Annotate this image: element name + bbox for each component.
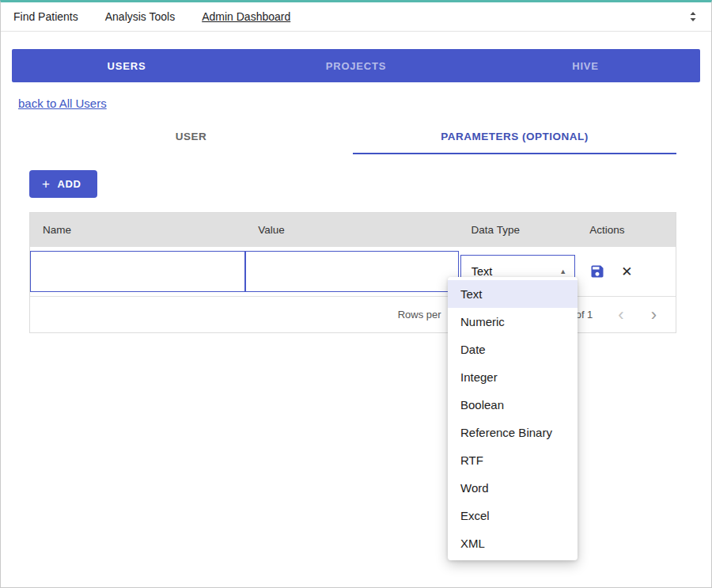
chevron-left-icon[interactable]: ‹ <box>613 306 628 324</box>
chevron-right-icon[interactable]: › <box>646 306 661 324</box>
menu-option-rtf[interactable]: RTF <box>448 446 578 474</box>
column-header-value: Value <box>245 213 458 247</box>
menu-option-text[interactable]: Text <box>448 280 578 308</box>
save-button[interactable] <box>589 264 605 279</box>
unfold-more-icon[interactable] <box>687 11 699 22</box>
tab-projects[interactable]: PROJECTS <box>241 49 471 82</box>
cancel-button[interactable]: ✕ <box>621 264 632 280</box>
rows-per-page-label: Rows per <box>398 309 441 321</box>
caret-up-icon: ▲ <box>559 267 566 275</box>
page-count-label: of 1 <box>576 309 593 321</box>
table-header-row: Name Value Data Type Actions <box>30 213 676 247</box>
value-cell <box>245 247 458 296</box>
actions-cell: ✕ <box>577 247 676 296</box>
menu-option-boolean[interactable]: Boolean <box>448 391 578 419</box>
column-header-name: Name <box>30 213 245 247</box>
close-icon: ✕ <box>621 264 632 280</box>
menu-option-reference-binary[interactable]: Reference Binary <box>448 419 578 446</box>
section-tabs: USERS PROJECTS HIVE <box>12 49 700 82</box>
tab-user[interactable]: USER <box>29 119 353 154</box>
unfold-more-icon-svg <box>687 11 699 22</box>
add-button-label: ADD <box>58 178 81 190</box>
tab-hive[interactable]: HIVE <box>471 49 700 82</box>
table-paginator: Rows per of 1 ‹ › <box>30 296 676 332</box>
data-type-menu: Text Numeric Date Integer Boolean Refere… <box>448 277 578 560</box>
table-row: Text ▲ ✕ <box>30 247 676 296</box>
data-type-select-value: Text <box>472 265 493 278</box>
add-button[interactable]: + ADD <box>29 170 97 198</box>
menu-option-date[interactable]: Date <box>448 336 578 363</box>
name-cell <box>30 247 245 296</box>
tab-parameters-optional[interactable]: PARAMETERS (OPTIONAL) <box>353 119 676 154</box>
menu-option-integer[interactable]: Integer <box>448 363 578 391</box>
menu-option-word[interactable]: Word <box>448 474 578 502</box>
menu-option-excel[interactable]: Excel <box>448 502 578 529</box>
save-icon <box>589 264 605 279</box>
value-input[interactable] <box>245 251 458 292</box>
column-header-data-type: Data Type <box>459 213 578 247</box>
admin-dashboard-page: Find Patients Analysis Tools Admin Dashb… <box>0 0 712 588</box>
detail-tabs: USER PARAMETERS (OPTIONAL) <box>29 119 676 154</box>
menu-option-numeric[interactable]: Numeric <box>448 308 578 336</box>
back-to-all-users-link[interactable]: back to All Users <box>18 97 107 110</box>
toolbar: + ADD <box>1 154 711 198</box>
nav-admin-dashboard[interactable]: Admin Dashboard <box>202 10 290 23</box>
plus-icon: + <box>42 177 51 191</box>
top-nav: Find Patients Analysis Tools Admin Dashb… <box>1 2 711 32</box>
menu-option-xml[interactable]: XML <box>448 529 578 557</box>
tab-users[interactable]: USERS <box>12 49 241 82</box>
nav-analysis-tools[interactable]: Analysis Tools <box>105 10 175 23</box>
parameters-table: Name Value Data Type Actions Text ▲ <box>29 212 676 333</box>
name-input[interactable] <box>30 251 245 292</box>
column-header-actions: Actions <box>577 213 676 247</box>
nav-find-patients[interactable]: Find Patients <box>13 10 78 23</box>
